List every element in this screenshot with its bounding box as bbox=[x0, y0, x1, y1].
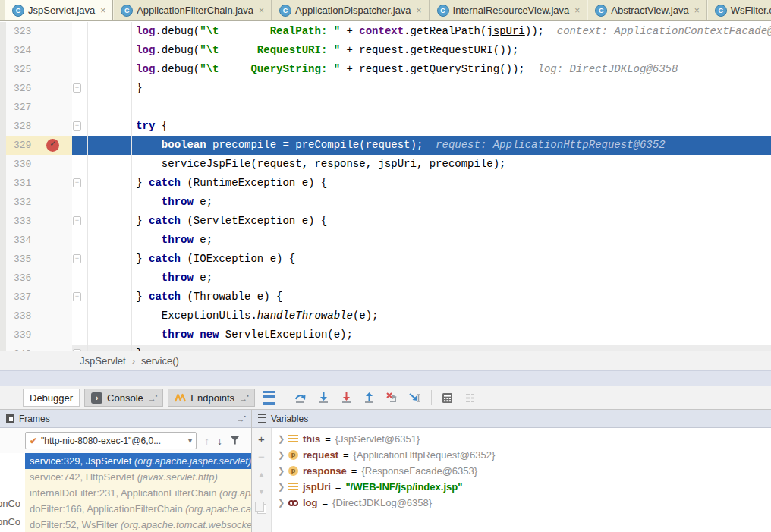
line-number-gutter[interactable]: 326 bbox=[0, 79, 72, 98]
code-line[interactable]: 327 bbox=[0, 98, 771, 117]
expand-chevron-icon[interactable]: ❯ bbox=[278, 482, 284, 492]
code-line-content[interactable]: boolean precompile = preCompile(request)… bbox=[72, 136, 771, 155]
code-line-content[interactable]: try { bbox=[72, 117, 771, 136]
line-number-gutter[interactable]: 327 bbox=[0, 98, 72, 117]
line-number-gutter[interactable]: 339 bbox=[0, 326, 72, 345]
code-line[interactable]: 340 }− bbox=[0, 345, 771, 351]
line-number-gutter[interactable]: 335 bbox=[0, 250, 72, 269]
prev-frame-icon[interactable]: ↑ bbox=[204, 436, 209, 446]
fold-marker-icon[interactable]: − bbox=[73, 121, 81, 131]
code-line[interactable]: 339 throw new ServletException(e); bbox=[0, 326, 771, 345]
run-to-cursor-icon[interactable] bbox=[406, 389, 424, 407]
tool-tab-console[interactable]: ›Console→▪ bbox=[84, 389, 163, 407]
code-line[interactable]: 323 log.debug("\t RealPath: " + context.… bbox=[0, 22, 771, 41]
expand-chevron-icon[interactable]: ❯ bbox=[278, 434, 284, 444]
line-number-gutter[interactable]: 329✓ bbox=[0, 136, 72, 155]
editor-tab[interactable]: CInternalResourceView.java× bbox=[430, 0, 588, 20]
fold-marker-icon[interactable]: − bbox=[73, 254, 81, 263]
breakpoint-icon[interactable]: ✓ bbox=[46, 139, 59, 152]
editor-tab[interactable]: CJspServlet.java× bbox=[5, 0, 113, 20]
line-number-gutter[interactable]: 333 bbox=[0, 212, 72, 231]
code-line[interactable]: 326 }− bbox=[0, 79, 771, 98]
code-line-content[interactable]: log.debug("\t RealPath: " + context.getR… bbox=[72, 22, 771, 41]
line-number-gutter[interactable]: 338 bbox=[0, 307, 72, 326]
line-number-gutter[interactable]: 334 bbox=[0, 231, 72, 250]
fold-marker-icon[interactable]: − bbox=[73, 83, 81, 93]
expand-chevron-icon[interactable]: ❯ bbox=[278, 466, 284, 476]
code-line[interactable]: 338 ExceptionUtils.handleThrowable(e); bbox=[0, 307, 771, 326]
code-line[interactable]: 337 } catch (Throwable e) {− bbox=[0, 288, 771, 307]
tool-tab-debugger[interactable]: Debugger bbox=[23, 389, 80, 407]
code-line[interactable]: 335 } catch (IOException e) {− bbox=[0, 250, 771, 269]
splitter-band[interactable] bbox=[0, 370, 771, 386]
editor-tab[interactable]: CApplicationFilterChain.java× bbox=[113, 0, 272, 20]
variable-row[interactable]: ❯presponse = {ResponseFacade@6353} bbox=[272, 463, 771, 479]
code-line[interactable]: 332 throw e; bbox=[0, 193, 771, 212]
editor-tab[interactable]: CAbstractView.java× bbox=[587, 0, 706, 20]
evaluate-expression-icon[interactable] bbox=[439, 389, 457, 407]
variable-row[interactable]: ❯this = {JspServlet@6351} bbox=[272, 431, 771, 447]
line-number-gutter[interactable]: 330 bbox=[0, 155, 72, 174]
frame-row[interactable]: service:742, HttpServlet (javax.servlet.… bbox=[25, 469, 251, 485]
frame-row[interactable]: service:329, JspServlet (org.apache.jasp… bbox=[25, 453, 251, 469]
code-line-content[interactable]: serviceJspFile(request, response, jspUri… bbox=[72, 155, 771, 174]
code-line-content[interactable]: } bbox=[72, 345, 771, 351]
breadcrumb-class[interactable]: JspServlet bbox=[80, 355, 126, 367]
drop-frame-icon[interactable] bbox=[383, 389, 401, 407]
code-line[interactable]: 328 try {− bbox=[0, 117, 771, 136]
code-line-content[interactable]: throw e; bbox=[72, 231, 771, 250]
code-line-content[interactable]: } catch (RuntimeException e) { bbox=[72, 174, 771, 193]
variable-row[interactable]: ❯prequest = {ApplicationHttpRequest@6352… bbox=[272, 447, 771, 463]
code-line[interactable]: 324 log.debug("\t RequestURI: " + reques… bbox=[0, 41, 771, 60]
code-line[interactable]: 331 } catch (RuntimeException e) {− bbox=[0, 174, 771, 193]
fold-marker-icon[interactable]: − bbox=[73, 216, 81, 225]
frame-row[interactable]: doFilter:52, WsFilter (org.apache.tomcat… bbox=[25, 517, 251, 532]
code-line[interactable]: 330 serviceJspFile(request, response, js… bbox=[0, 155, 771, 174]
code-line[interactable]: 329✓ boolean precompile = preCompile(req… bbox=[0, 136, 771, 155]
code-line[interactable]: 336 throw e; bbox=[0, 269, 771, 288]
hide-panel-icon[interactable]: →▪ bbox=[237, 414, 245, 423]
filter-frames-icon[interactable] bbox=[230, 436, 240, 445]
next-frame-icon[interactable]: ↓ bbox=[217, 436, 222, 446]
code-editor[interactable]: 323 log.debug("\t RealPath: " + context.… bbox=[0, 22, 771, 351]
editor-tab[interactable]: CWsFilter.class× bbox=[707, 0, 771, 20]
tool-tab-endpoints[interactable]: Endpoints→▪ bbox=[168, 389, 254, 407]
add-watch-icon[interactable]: + bbox=[258, 434, 265, 445]
variable-row[interactable]: ❯jspUri = "/WEB-INF/jsp/index.jsp" bbox=[272, 479, 771, 495]
expand-chevron-icon[interactable]: ❯ bbox=[278, 450, 284, 460]
expand-chevron-icon[interactable]: ❯ bbox=[278, 498, 284, 508]
code-line-content[interactable]: throw new ServletException(e); bbox=[72, 326, 771, 345]
close-icon[interactable]: × bbox=[100, 5, 105, 16]
code-line[interactable]: 325 log.debug("\t QueryString: " + reque… bbox=[0, 60, 771, 79]
frame-row[interactable]: internalDoFilter:231, ApplicationFilterC… bbox=[25, 485, 251, 501]
editor-tab[interactable]: CApplicationDispatcher.java× bbox=[272, 0, 430, 20]
line-number-gutter[interactable]: 336 bbox=[0, 269, 72, 288]
line-number-gutter[interactable]: 328 bbox=[0, 117, 72, 136]
close-icon[interactable]: × bbox=[694, 5, 700, 16]
code-line-content[interactable]: } catch (ServletException e) { bbox=[72, 212, 771, 231]
code-line-content[interactable]: log.debug("\t QueryString: " + request.g… bbox=[72, 60, 771, 79]
code-line-content[interactable]: ExceptionUtils.handleThrowable(e); bbox=[72, 307, 771, 326]
code-line-content[interactable]: } bbox=[72, 79, 771, 98]
line-number-gutter[interactable]: 323 bbox=[0, 22, 72, 41]
code-line-content[interactable]: throw e; bbox=[72, 193, 771, 212]
thread-selector[interactable]: ✔ "http-nio-8080-exec-1"@6,0... ▾ bbox=[25, 432, 197, 449]
variable-row[interactable]: ❯log = {DirectJDKLog@6358} bbox=[272, 495, 771, 511]
fold-marker-icon[interactable]: − bbox=[73, 292, 81, 301]
step-into-icon[interactable] bbox=[315, 389, 333, 407]
code-line-content[interactable]: } catch (Throwable e) { bbox=[72, 288, 771, 307]
line-number-gutter[interactable]: 331 bbox=[0, 174, 72, 193]
code-line-content[interactable] bbox=[72, 98, 771, 117]
force-step-into-icon[interactable] bbox=[338, 389, 356, 407]
code-line-content[interactable]: } catch (IOException e) { bbox=[72, 250, 771, 269]
close-icon[interactable]: × bbox=[259, 5, 264, 16]
fold-marker-icon[interactable]: − bbox=[73, 178, 81, 187]
line-number-gutter[interactable]: 337 bbox=[0, 288, 72, 307]
line-number-gutter[interactable]: 332 bbox=[0, 193, 72, 212]
step-over-icon[interactable] bbox=[292, 389, 310, 407]
frame-row[interactable]: doFilter:166, ApplicationFilterChain (or… bbox=[25, 501, 251, 517]
line-number-gutter[interactable]: 325 bbox=[0, 60, 72, 79]
close-icon[interactable]: × bbox=[574, 5, 580, 16]
close-icon[interactable]: × bbox=[417, 5, 422, 16]
code-line[interactable]: 334 throw e; bbox=[0, 231, 771, 250]
